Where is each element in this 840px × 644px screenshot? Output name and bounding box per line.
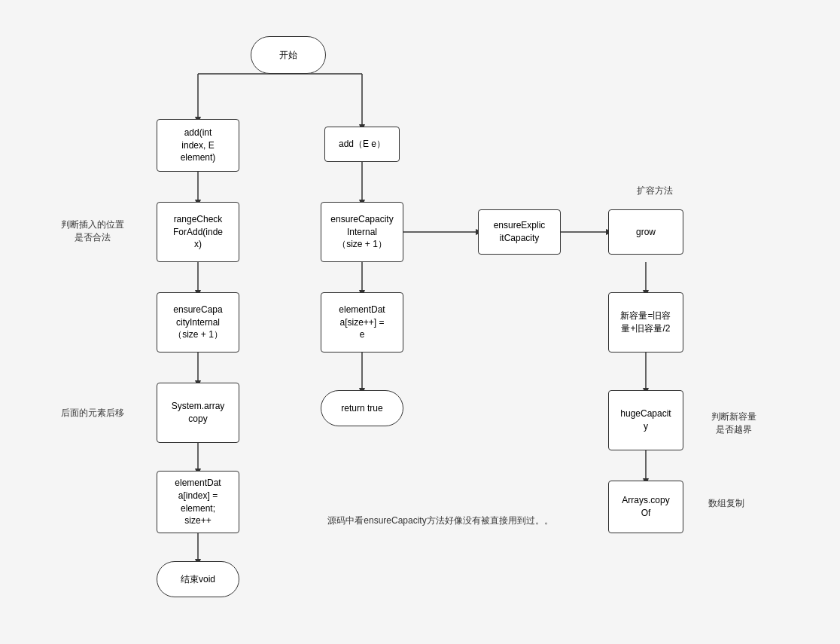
node-ensure-cap-internal: ensureCapacity Internal （size + 1） — [321, 202, 403, 262]
node-system-array: System.array copy — [157, 383, 239, 443]
label-move-elements: 后面的元素后移 — [51, 407, 134, 420]
diagram-container: 开始 add(int index, E element) add（E e） ra… — [0, 0, 840, 644]
label-expand-method: 扩容方法 — [625, 185, 685, 197]
node-add-e: add（E e） — [324, 127, 400, 162]
node-ensure-explicit: ensureExplic itCapacity — [478, 209, 561, 255]
node-end-void: 结束void — [157, 561, 239, 597]
label-judge-overflow: 判断新容量 是否越界 — [692, 411, 775, 436]
label-judge-position: 判断插入的位置 是否合法 — [51, 218, 134, 244]
node-element-data1: elementDat a[size++] = e — [321, 292, 403, 353]
label-note: 源码中看ensureCapacity方法好像没有被直接用到过。。 — [297, 514, 583, 527]
node-return-true: return true — [321, 390, 403, 426]
label-array-copy: 数组复制 — [696, 497, 756, 510]
node-ensure-cap1: ensureCapa cityInternal （size + 1） — [157, 292, 239, 353]
node-arrays-copy: Arrays.copy Of — [608, 481, 683, 533]
node-add-int: add(int index, E element) — [157, 119, 239, 172]
node-range-check: rangeCheck ForAdd(inde x) — [157, 202, 239, 262]
node-element-data2: elementDat a[index] = element; size++ — [157, 471, 239, 533]
node-new-capacity: 新容量=旧容 量+旧容量/2 — [608, 292, 683, 353]
node-start: 开始 — [251, 36, 326, 74]
node-huge-capacity: hugeCapacit y — [608, 390, 683, 450]
arrows-svg — [0, 0, 840, 644]
node-grow: grow — [608, 209, 683, 255]
